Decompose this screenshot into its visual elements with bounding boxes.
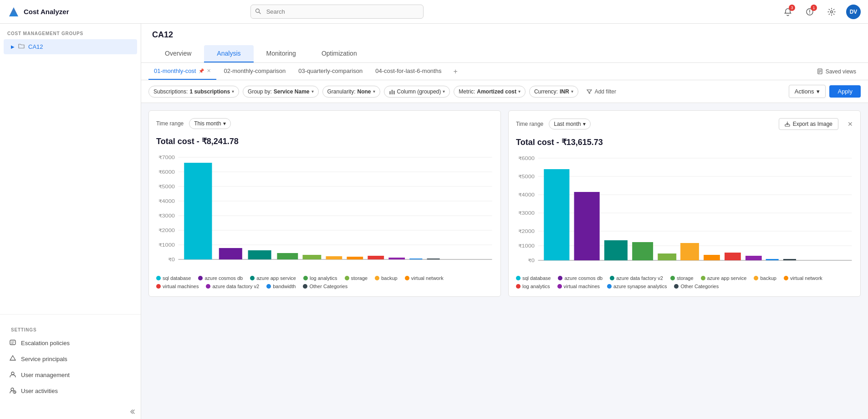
user-activities-icon <box>9 387 16 395</box>
sidebar-item-escalation[interactable]: Escalation policies <box>4 335 137 351</box>
tab-analysis[interactable]: Analysis <box>204 45 253 62</box>
svg-text:₹5000: ₹5000 <box>518 174 535 179</box>
export-close-button[interactable]: ✕ <box>848 120 853 128</box>
actions-button[interactable]: Actions ▾ <box>789 85 826 98</box>
chart-body-right: ₹6000 ₹5000 ₹4000 ₹3000 ₹2000 ₹1000 ₹0 <box>516 151 853 271</box>
export-icon <box>785 121 790 127</box>
time-range-chip-left[interactable]: This month ▾ <box>189 118 230 129</box>
legend-item: azure data factory v2 <box>610 275 663 281</box>
subscriptions-value: 1 subscriptions <box>189 88 230 95</box>
close-icon[interactable]: ✕ <box>207 68 211 74</box>
time-range-chevron-left: ▾ <box>223 120 226 127</box>
svg-text:₹6000: ₹6000 <box>518 156 535 160</box>
legend-item: virtual machines <box>156 284 199 289</box>
sidebar-group-name: CA12 <box>28 43 43 50</box>
view-tab-monthly-cost[interactable]: 01-monthly-cost 📌 ✕ <box>148 63 216 80</box>
svg-rect-42 <box>409 259 422 259</box>
currency-label: Currency: <box>534 88 558 95</box>
svg-rect-34 <box>219 248 242 259</box>
subscriptions-label: Subscriptions: <box>153 88 188 95</box>
granularity-chevron: ▾ <box>373 89 375 94</box>
escalation-icon <box>9 339 16 347</box>
navbar-actions: 3 1 DV <box>781 5 861 19</box>
subscriptions-filter[interactable]: Subscriptions: 1 subscriptions ▾ <box>148 86 239 98</box>
svg-text:₹2000: ₹2000 <box>518 229 535 233</box>
currency-filter[interactable]: Currency: INR ▾ <box>529 86 578 98</box>
svg-text:₹7000: ₹7000 <box>158 155 175 160</box>
legend-item: sql database <box>516 275 551 281</box>
granularity-filter[interactable]: Granularity: None ▾ <box>322 86 380 98</box>
group-by-chevron: ▾ <box>311 89 314 94</box>
chart-type-filter[interactable]: Column (grouped) ▾ <box>384 86 450 98</box>
navbar: Cost Analyzer 3 1 DV <box>0 0 868 24</box>
app-name: Cost Analyzer <box>24 8 69 16</box>
svg-rect-67 <box>745 256 762 260</box>
tab-overview[interactable]: Overview <box>152 45 204 62</box>
svg-point-10 <box>11 372 14 375</box>
svg-text:₹4000: ₹4000 <box>158 199 175 203</box>
add-tab-button[interactable]: + <box>449 64 462 79</box>
svg-rect-66 <box>725 253 741 260</box>
tab-monitoring[interactable]: Monitoring <box>254 45 309 62</box>
legend-item: azure data factory v2 <box>206 284 259 289</box>
svg-rect-39 <box>347 257 363 259</box>
svg-rect-63 <box>658 253 676 260</box>
granularity-label: Granularity: <box>327 88 356 95</box>
filters-bar: Subscriptions: 1 subscriptions ▾ Group b… <box>141 80 868 103</box>
sidebar-settings: SETTINGS Escalation policies Service pri… <box>0 314 141 404</box>
user-management-icon <box>9 371 16 379</box>
view-tab-monthly-comparison[interactable]: 02-monthly-comparison <box>218 63 291 80</box>
sidebar-item-user-management[interactable]: User management <box>4 367 137 383</box>
currency-chevron: ▾ <box>571 89 573 94</box>
alerts-button[interactable]: 1 <box>802 5 817 19</box>
tab-optimization[interactable]: Optimization <box>309 45 370 62</box>
notifications-button[interactable]: 3 <box>781 5 795 19</box>
metric-filter[interactable]: Metric: Amortized cost ▾ <box>454 86 526 98</box>
legend-item: virtual network <box>784 275 822 281</box>
svg-point-6 <box>809 13 810 14</box>
alerts-badge: 1 <box>811 5 817 11</box>
escalation-label: Escalation policies <box>21 340 70 347</box>
add-filter-button[interactable]: Add filter <box>582 86 621 97</box>
saved-views-button[interactable]: Saved views <box>812 65 861 78</box>
view-tab-quarterly-comparison[interactable]: 03-quarterly-comparison <box>293 63 368 80</box>
search-input[interactable] <box>250 5 424 19</box>
legend-item: azure cosmos db <box>558 275 602 281</box>
time-range-chip-right[interactable]: Last month ▾ <box>549 119 590 129</box>
svg-rect-8 <box>10 340 15 345</box>
service-principals-icon <box>9 355 16 363</box>
sub-content: 01-monthly-cost 📌 ✕ 02-monthly-compariso… <box>141 63 868 419</box>
app-logo[interactable]: Cost Analyzer <box>7 5 69 18</box>
svg-text:₹2000: ₹2000 <box>158 228 175 233</box>
svg-rect-41 <box>388 258 405 259</box>
legend-item: Other Categories <box>303 284 347 289</box>
legend-item: storage <box>345 275 368 281</box>
user-management-label: User management <box>21 372 70 378</box>
search-icon <box>255 8 261 16</box>
apply-button[interactable]: Apply <box>829 85 861 98</box>
chart-panel-right: Time range Last month ▾ Export as Image … <box>508 110 861 297</box>
view-tab-label: 04-cost-for-last-6-months <box>375 67 441 74</box>
legend-item: log analytics <box>303 275 337 281</box>
granularity-value: None <box>357 88 371 95</box>
svg-line-3 <box>259 12 260 14</box>
pin-icon: 📌 <box>199 68 204 73</box>
legend-item: backup <box>754 275 776 281</box>
view-tab-last-6-months[interactable]: 04-cost-for-last-6-months <box>370 63 447 80</box>
sidebar-item-user-activities[interactable]: User activities <box>4 383 137 399</box>
group-by-filter[interactable]: Group by: Service Name ▾ <box>243 86 318 98</box>
legend-item: sql database <box>156 275 191 281</box>
svg-rect-35 <box>248 250 271 259</box>
sidebar-collapse-button[interactable] <box>0 404 141 419</box>
chart-left-header: Time range This month ▾ <box>156 118 493 129</box>
sidebar-item-ca12[interactable]: ▶ CA12 <box>4 39 137 54</box>
user-avatar[interactable]: DV <box>846 5 861 19</box>
legend-item: backup <box>375 275 397 281</box>
svg-text:₹1000: ₹1000 <box>518 243 535 248</box>
export-button[interactable]: Export as Image <box>779 118 838 130</box>
svg-rect-59 <box>544 169 569 260</box>
settings-button[interactable] <box>824 5 839 19</box>
sidebar-item-service-principals[interactable]: Service principals <box>4 351 137 367</box>
svg-marker-9 <box>10 356 15 360</box>
bar-chart-left: ₹7000 ₹6000 ₹5000 ₹4000 ₹3000 ₹2000 ₹100… <box>156 150 493 269</box>
